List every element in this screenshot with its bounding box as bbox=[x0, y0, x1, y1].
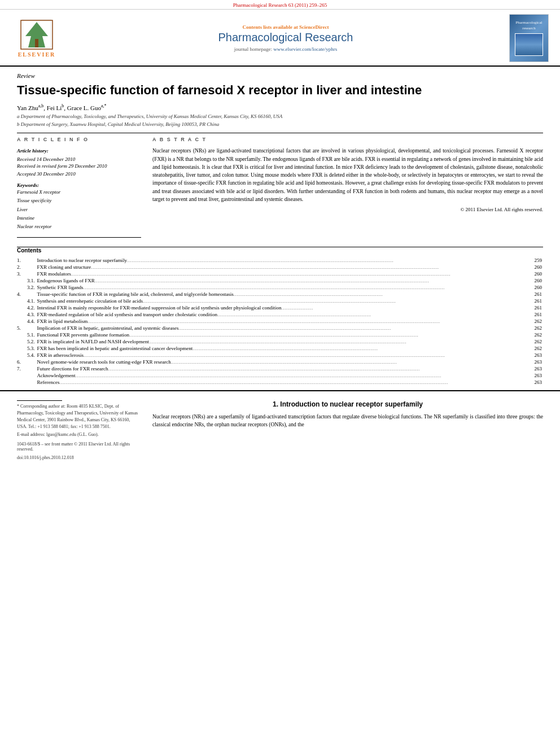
email-address: lguo@kumc.edu (G.L. Guo). bbox=[46, 432, 99, 437]
journal-homepage-line: journal homepage: www.elsevier.com/locat… bbox=[62, 46, 509, 52]
article-title: Tissue-specific function of farnesoid X … bbox=[17, 82, 543, 99]
email-label: E-mail address: bbox=[17, 432, 45, 437]
journal-name-title: Pharmacological Research bbox=[62, 31, 509, 44]
keywords-label: Keywords: bbox=[17, 182, 141, 188]
contents-row: 5.2.FXR is implicated in NAFLD and NASH … bbox=[17, 338, 543, 345]
contents-item-page: 263 bbox=[526, 352, 543, 359]
bottom-two-col: * Corresponding author at: Room 4035 KLS… bbox=[17, 400, 543, 460]
footnote-divider bbox=[17, 400, 62, 401]
author-fei-li: Fei Li bbox=[47, 104, 62, 111]
contents-item-label: FXR has been implicated in hepatic and g… bbox=[36, 345, 527, 352]
contents-item-num: 3.1. bbox=[17, 277, 36, 284]
authors-line: Yan Zhua,b, Fei Lib, Grace L. Guoa,* bbox=[17, 103, 543, 111]
keyword-1: Farnesoid X receptor bbox=[17, 188, 141, 196]
elsevier-tree-icon bbox=[20, 19, 54, 50]
contents-item-label: FXR is implicated in NAFLD and NASH deve… bbox=[36, 338, 527, 345]
section1-column: 1. Introduction to nuclear receptor supe… bbox=[152, 400, 543, 460]
affiliations: a Department of Pharmacology, Toxicology… bbox=[17, 113, 543, 128]
contents-row: 5.1.Functional FXR prevents gallstone fo… bbox=[17, 331, 543, 338]
copyright-line: © 2011 Elsevier Ltd. All rights reserved… bbox=[152, 207, 543, 212]
contents-row: 6.Novel genome-wide research tools for c… bbox=[17, 359, 543, 365]
contents-item-num: 5. bbox=[17, 325, 36, 331]
contents-item-num: 3. bbox=[17, 270, 36, 277]
contents-item-page: 260 bbox=[526, 264, 543, 270]
contents-item-label: Tissue-specific function of FXR in regul… bbox=[36, 291, 527, 298]
elsevier-logo-area: ELSEVIER bbox=[11, 19, 62, 58]
contents-item-label: References………………………………………………………………………………… bbox=[36, 379, 527, 386]
contents-item-label: Acknowledgement…………………………………………………………………… bbox=[36, 372, 527, 379]
contents-row: 4.2.Intestinal FXR is mainly responsible… bbox=[17, 304, 543, 311]
keywords-section: Keywords: Farnesoid X receptor Tissue sp… bbox=[17, 182, 141, 231]
abstract-heading: A B S T R A C T bbox=[152, 137, 543, 142]
contents-item-page: 259 bbox=[526, 257, 543, 264]
contents-row: References………………………………………………………………………………… bbox=[17, 379, 543, 386]
contents-item-label: Introduction to nuclear receptor superfa… bbox=[36, 257, 527, 264]
contents-item-num: 5.4. bbox=[17, 352, 36, 359]
contents-item-num: 4.1. bbox=[17, 298, 36, 304]
author-fei-sup: b bbox=[62, 103, 64, 108]
contents-item-page: 262 bbox=[526, 318, 543, 325]
sciencedirect-line: Contents lists available at ScienceDirec… bbox=[62, 24, 509, 30]
contents-row: 2.FXR cloning and structure…………………………………… bbox=[17, 264, 543, 270]
contents-item-page: 261 bbox=[526, 291, 543, 298]
contents-item-label: Future directions for FXR research………………… bbox=[36, 365, 527, 372]
contents-item-num: 6. bbox=[17, 359, 36, 365]
author-grace-sup: a,* bbox=[101, 103, 107, 108]
contents-item-page: 262 bbox=[526, 338, 543, 345]
contents-row: 5.Implication of FXR in hepatic, gastroi… bbox=[17, 325, 543, 331]
contents-item-page: 261 bbox=[526, 311, 543, 318]
contents-item-page: 263 bbox=[526, 365, 543, 372]
contents-item-num: 5.2. bbox=[17, 338, 36, 345]
history-label: Article history: bbox=[17, 147, 141, 155]
contents-row: 3.FXR modulators………………………………………………………………… bbox=[17, 270, 543, 277]
contents-item-num: 1. bbox=[17, 257, 36, 264]
contents-item-num: 5.1. bbox=[17, 331, 36, 338]
contents-item-label: Intestinal FXR is mainly responsible for… bbox=[36, 304, 527, 311]
contents-item-label: FXR-mediated regulation of bile acid syn… bbox=[36, 311, 527, 318]
contents-item-page: 262 bbox=[526, 325, 543, 331]
journal-homepage-link[interactable]: www.elsevier.com/locate/yphrs bbox=[273, 46, 337, 52]
article-info-abstract: A R T I C L E I N F O Article history: R… bbox=[17, 137, 543, 241]
article-header-divider bbox=[17, 133, 543, 133]
keyword-3: Liver bbox=[17, 206, 141, 214]
contents-item-num: 4.3. bbox=[17, 311, 36, 318]
contents-row: 3.1.Endogenous ligands of FXR……………………………… bbox=[17, 277, 543, 284]
contents-table: 1.Introduction to nuclear receptor super… bbox=[17, 257, 543, 386]
author-yan-zhu: Yan Zhu bbox=[17, 104, 38, 111]
keywords-divider bbox=[17, 237, 141, 238]
contents-item-page: 260 bbox=[526, 284, 543, 291]
contents-section: Contents 1.Introduction to nuclear recep… bbox=[0, 247, 560, 386]
contents-item-page: 262 bbox=[526, 331, 543, 338]
contents-item-label: FXR modulators……………………………………………………………………… bbox=[36, 270, 527, 277]
contents-item-label: FXR in lipid metabolism……………………………………………… bbox=[36, 318, 527, 325]
contents-item-label: FXR in atherosclerosis………………………………………………… bbox=[36, 352, 527, 359]
contents-item-page: 260 bbox=[526, 270, 543, 277]
author-yan-sup: a,b bbox=[38, 103, 44, 108]
issn-text: 1043-6618/$ – see front matter © 2011 El… bbox=[17, 442, 141, 452]
article-history: Article history: Received 14 December 20… bbox=[17, 147, 141, 178]
article-type-label: Review bbox=[17, 72, 543, 79]
keywords-list: Farnesoid X receptor Tissue specificity … bbox=[17, 188, 141, 231]
contents-item-num: 5.3. bbox=[17, 345, 36, 352]
journal-header-center: Contents lists available at ScienceDirec… bbox=[62, 24, 509, 52]
article-info-column: A R T I C L E I N F O Article history: R… bbox=[17, 137, 141, 241]
contents-row: 5.3.FXR has been implicated in hepatic a… bbox=[17, 345, 543, 352]
contents-row: 4.3.FXR-mediated regulation of bile acid… bbox=[17, 311, 543, 318]
contents-item-label: Implication of FXR in hepatic, gastroint… bbox=[36, 325, 527, 331]
sciencedirect-brand: ScienceDirect bbox=[299, 24, 329, 30]
contents-item-num: 4. bbox=[17, 291, 36, 298]
contents-item-page: 263 bbox=[526, 372, 543, 379]
email-line: E-mail address: lguo@kumc.edu (G.L. Guo)… bbox=[17, 431, 141, 438]
journal-reference-bar: Pharmacological Research 63 (2011) 259–2… bbox=[0, 0, 560, 10]
corresponding-note: * Corresponding author at: Room 4035 KLS… bbox=[17, 403, 141, 430]
keyword-4: Intestine bbox=[17, 214, 141, 222]
contents-item-label: Synthetic FXR ligands…………………………………………………… bbox=[36, 284, 527, 291]
abstract-text: Nuclear receptors (NRs) are ligand-activ… bbox=[152, 147, 543, 203]
contents-item-num bbox=[17, 379, 36, 386]
footnotes-column: * Corresponding author at: Room 4035 KLS… bbox=[17, 400, 141, 460]
section1-title: 1. Introduction to nuclear receptor supe… bbox=[152, 400, 543, 408]
contents-item-num: 7. bbox=[17, 365, 36, 372]
keyword-5: Nuclear receptor bbox=[17, 222, 141, 231]
svg-rect-2 bbox=[35, 39, 38, 47]
article-info-heading: A R T I C L E I N F O bbox=[17, 137, 141, 142]
